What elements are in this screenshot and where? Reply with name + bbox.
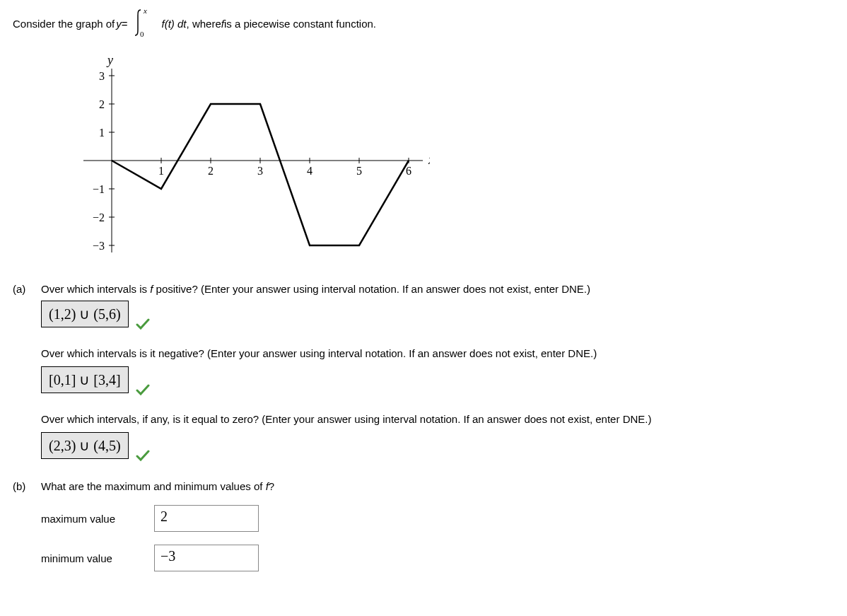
prompt-y: y [116,18,122,30]
part-a-label: (a) [13,283,41,295]
prompt-eq: = [122,18,128,30]
svg-text:1: 1 [99,127,105,139]
part-a-answer1[interactable]: (1,2) ∪ (5,6) [41,301,129,327]
prompt-trail2: is a piecewise constant function. [224,18,376,30]
prompt-trail: , where [187,18,221,30]
part-a: (a) Over which intervals is f positive? … [13,283,834,459]
svg-text:0: 0 [140,30,144,38]
svg-text:−2: −2 [93,211,105,223]
prompt-lead: Consider the graph of [13,18,115,30]
part-a-q1: Over which intervals is f positive? (Ent… [41,283,834,295]
part-b-label: (b) [13,480,41,492]
svg-text:1: 1 [158,165,164,177]
min-label: minimum value [41,552,154,564]
part-a-q3: Over which intervals, if any, is it equa… [41,413,834,425]
integral-symbol: x 0 [131,7,159,40]
max-label: maximum value [41,513,154,525]
min-value-input[interactable]: −3 [154,545,259,571]
x-axis-label: x [428,153,430,167]
check-icon [136,318,150,332]
prompt-tdt: (t) dt [165,18,187,30]
svg-text:6: 6 [406,165,411,177]
part-b: (b) What are the maximum and minimum val… [13,480,834,571]
svg-text:−3: −3 [93,240,105,252]
y-axis-label: y [106,54,113,67]
svg-text:3: 3 [99,70,105,82]
svg-text:x: x [143,7,147,15]
graph: y x 3 2 1 −1 −2 −3 1 2 3 4 [62,54,834,262]
part-a-answer3[interactable]: (2,3) ∪ (4,5) [41,432,129,459]
question-prompt: Consider the graph of y = x 0 f (t) dt ,… [13,7,834,40]
max-value-input[interactable]: 2 [154,505,259,532]
check-icon [136,383,150,397]
svg-text:5: 5 [356,165,362,177]
svg-text:3: 3 [257,165,263,177]
part-a-answer2[interactable]: [0,1] ∪ [3,4] [41,366,129,393]
svg-text:2: 2 [99,98,105,110]
part-b-q: What are the maximum and minimum values … [41,480,834,492]
svg-text:4: 4 [307,165,312,177]
svg-text:2: 2 [208,165,214,177]
check-icon [136,449,150,463]
svg-text:−1: −1 [93,183,105,195]
part-a-q2: Over which intervals is it negative? (En… [41,347,834,359]
